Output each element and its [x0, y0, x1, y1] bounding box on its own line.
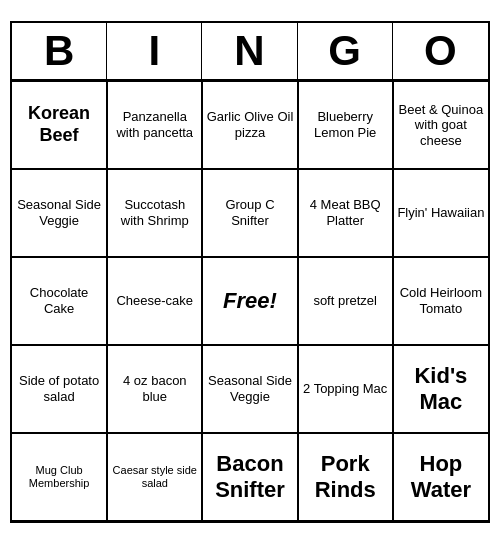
bingo-card: BINGO Korean BeefPanzanella with pancett…	[10, 21, 490, 523]
bingo-cell-16: 4 oz bacon blue	[107, 345, 202, 433]
bingo-cell-3: Blueberry Lemon Pie	[298, 81, 393, 169]
bingo-cell-22: Bacon Snifter	[202, 433, 297, 521]
bingo-header: BINGO	[12, 23, 488, 81]
bingo-cell-4: Beet & Quinoa with goat cheese	[393, 81, 488, 169]
bingo-cell-24: Hop Water	[393, 433, 488, 521]
bingo-cell-9: Flyin' Hawaiian	[393, 169, 488, 257]
bingo-cell-17: Seasonal Side Veggie	[202, 345, 297, 433]
bingo-cell-18: 2 Topping Mac	[298, 345, 393, 433]
bingo-letter-b: B	[12, 23, 107, 79]
bingo-cell-6: Succotash with Shrimp	[107, 169, 202, 257]
bingo-grid: Korean BeefPanzanella with pancettaGarli…	[12, 81, 488, 521]
bingo-cell-0: Korean Beef	[12, 81, 107, 169]
bingo-cell-10: Chocolate Cake	[12, 257, 107, 345]
bingo-cell-13: soft pretzel	[298, 257, 393, 345]
bingo-cell-21: Caesar style side salad	[107, 433, 202, 521]
bingo-cell-14: Cold Heirloom Tomato	[393, 257, 488, 345]
bingo-cell-20: Mug Club Membership	[12, 433, 107, 521]
bingo-cell-1: Panzanella with pancetta	[107, 81, 202, 169]
bingo-cell-19: Kid's Mac	[393, 345, 488, 433]
bingo-letter-o: O	[393, 23, 488, 79]
bingo-cell-23: Pork Rinds	[298, 433, 393, 521]
bingo-letter-n: N	[202, 23, 297, 79]
bingo-cell-2: Garlic Olive Oil pizza	[202, 81, 297, 169]
bingo-cell-15: Side of potato salad	[12, 345, 107, 433]
bingo-cell-8: 4 Meat BBQ Platter	[298, 169, 393, 257]
bingo-cell-7: Group C Snifter	[202, 169, 297, 257]
bingo-letter-i: I	[107, 23, 202, 79]
bingo-cell-5: Seasonal Side Veggie	[12, 169, 107, 257]
bingo-cell-12: Free!	[202, 257, 297, 345]
bingo-letter-g: G	[298, 23, 393, 79]
bingo-cell-11: Cheese-cake	[107, 257, 202, 345]
